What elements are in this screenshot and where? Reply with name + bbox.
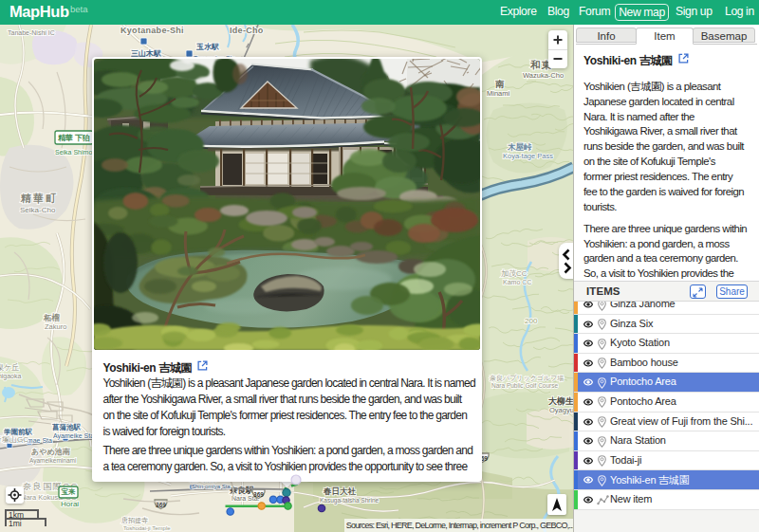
svg-text:Seika-Cho: Seika-Cho	[20, 206, 56, 214]
svg-text:奈良パブリックゴルフ場: 奈良パブリックゴルフ場	[490, 375, 564, 382]
svg-text:200: 200	[525, 317, 538, 325]
svg-text:臬ケ丘: 臬ケ丘	[0, 363, 19, 372]
svg-text:Kyotanabe-Shi: Kyotanabe-Shi	[120, 26, 184, 35]
svg-text:玉水駅: 玉水駅	[195, 43, 219, 51]
svg-text:Toshodai-ji Temple: Toshodai-ji Temple	[123, 525, 171, 531]
svg-text:Tanabe-Nishi IC: Tanabe-Nishi IC	[8, 29, 55, 36]
svg-text:唐招提寺: 唐招提寺	[121, 516, 148, 524]
svg-text:加茂CC: 加茂CC	[501, 269, 528, 278]
svg-text:369: 369	[253, 491, 264, 498]
svg-text:Koya-tage Pass: Koya-tage Pass	[503, 152, 553, 160]
svg-text:Ayameikeminami: Ayameikeminami	[29, 457, 76, 465]
svg-text:南: 南	[495, 79, 505, 89]
svg-text:Ide-Cho: Ide-Cho	[230, 26, 264, 35]
svg-text:精華町: 精華町	[20, 193, 58, 204]
svg-text:柘榴: 柘榴	[43, 313, 61, 322]
svg-text:Horai: Horai	[61, 500, 79, 508]
svg-text:Kamo CC: Kamo CC	[503, 279, 531, 285]
svg-text:Oyagyu: Oyagyu	[549, 406, 574, 414]
svg-text:Ayameike Sta.: Ayameike Sta.	[53, 432, 96, 440]
svg-text:菖蒲池駅: 菖蒲池駅	[51, 423, 82, 431]
svg-text:Zakuro: Zakuro	[45, 322, 66, 331]
svg-text:Shin-omiya Sta: Shin-omiya Sta	[192, 484, 231, 489]
svg-text:Nara Public Golf Course: Nara Public Golf Course	[491, 382, 558, 389]
svg-text:Wazuka-Cho: Wazuka-Cho	[523, 71, 564, 80]
svg-text:宝来: 宝来	[62, 487, 77, 496]
svg-text:精華 下狛: 精華 下狛	[57, 134, 90, 142]
svg-text:春日大社: 春日大社	[323, 486, 357, 496]
svg-text:omigaoka: omigaoka	[0, 373, 21, 380]
svg-text:Minami: Minami	[487, 89, 510, 98]
svg-text:帝塚山GC: 帝塚山GC	[0, 435, 28, 444]
svg-text:Kasuga-taisha Shrine: Kasuga-taisha Shrine	[320, 497, 380, 504]
svg-text:あやめ池南: あやめ池南	[31, 448, 71, 456]
svg-text:木屋峠: 木屋峠	[507, 142, 532, 152]
svg-text:大柳生: 大柳生	[548, 396, 574, 406]
